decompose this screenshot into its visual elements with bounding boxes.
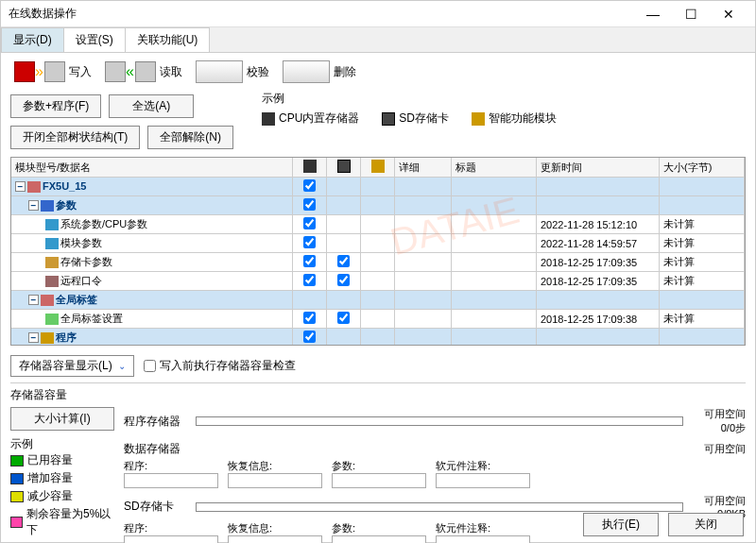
- pre-write-checkbox[interactable]: [144, 360, 156, 372]
- toggle-icon[interactable]: −: [28, 332, 39, 343]
- legend-increase: 增加容量: [10, 470, 114, 486]
- field-param-sd: [332, 535, 426, 543]
- plc-icon: [27, 181, 41, 193]
- field-comment: [436, 473, 530, 488]
- write-label: 写入: [69, 64, 92, 80]
- deselect-all-button[interactable]: 全部解除(N): [147, 126, 233, 149]
- size-calc-button[interactable]: 大小计算(I): [10, 407, 114, 431]
- tree-root[interactable]: −FX5U_15: [11, 178, 745, 196]
- col-name[interactable]: 模块型号/数据名: [11, 158, 293, 178]
- sd-memory-bar: [196, 502, 683, 512]
- field-restore-sd: [228, 535, 322, 543]
- field-restore: [228, 473, 322, 488]
- item-icon: [45, 238, 59, 249]
- col-size[interactable]: 大小(字节): [660, 158, 745, 178]
- chevron-down-icon: ⌄: [118, 361, 126, 371]
- data-memory-block: 数据存储器 可用空间 程序: 恢复信息: 参数: 软元件注释:: [124, 441, 746, 488]
- item-icon: [45, 219, 59, 230]
- check-item[interactable]: [303, 236, 316, 248]
- legend-cpu-mem: CPU内置存储器: [262, 110, 359, 127]
- close-button[interactable]: ✕: [710, 7, 747, 22]
- legend-title: 示例: [10, 436, 114, 452]
- verify-label: 校验: [247, 64, 269, 80]
- col-module[interactable]: [361, 158, 395, 178]
- field-prog: [124, 473, 218, 488]
- select-all-button[interactable]: 全选(A): [109, 94, 194, 118]
- check-item[interactable]: [303, 312, 316, 324]
- check-item-sd[interactable]: [337, 255, 350, 267]
- mem-display-button[interactable]: 存储器容量显示(L) ⌄: [10, 355, 134, 377]
- pre-write-check[interactable]: 写入前执行存储器容量检查: [144, 358, 296, 374]
- read-button[interactable]: « 读取: [101, 59, 186, 84]
- delete-button[interactable]: 删除: [279, 59, 360, 85]
- legend-title: 示例: [262, 91, 557, 107]
- legend-decrease: 减少容量: [10, 488, 114, 504]
- field-prog-sd: [124, 535, 218, 543]
- legend-used: 已用容量: [10, 452, 114, 468]
- chip-icon: [303, 160, 317, 173]
- table-row[interactable]: 模块参数 2022-11-28 14:59:57 未计算: [11, 234, 745, 253]
- param-program-button[interactable]: 参数+程序(F): [10, 94, 101, 118]
- item-icon: [45, 314, 59, 325]
- label-icon: [41, 295, 54, 306]
- program-icon: [41, 332, 54, 344]
- execute-button[interactable]: 执行(E): [583, 513, 659, 536]
- table-row[interactable]: 全局标签设置 2018-12-25 17:09:38 未计算: [11, 310, 745, 329]
- verify-icon: [196, 60, 243, 83]
- minimize-button[interactable]: —: [634, 7, 672, 22]
- item-icon: [45, 276, 59, 287]
- read-label: 读取: [160, 64, 182, 80]
- open-tree-button[interactable]: 开闭全部树状结构(T): [10, 126, 140, 149]
- toggle-icon[interactable]: −: [15, 181, 26, 192]
- table-row[interactable]: 存储卡参数 2018-12-25 17:09:35 未计算: [11, 253, 745, 272]
- delete-icon: [283, 60, 330, 83]
- check-item[interactable]: [303, 274, 316, 286]
- check-item[interactable]: [303, 217, 316, 229]
- col-sd[interactable]: [327, 158, 361, 178]
- check-param[interactable]: [303, 198, 316, 211]
- col-detail[interactable]: 详细: [395, 158, 452, 178]
- table-row[interactable]: 系统参数/CPU参数 2022-11-28 15:12:10 未计算: [11, 215, 745, 234]
- tab-settings[interactable]: 设置(S): [63, 27, 126, 52]
- check-item[interactable]: [303, 255, 316, 267]
- verify-button[interactable]: 校验: [192, 59, 273, 85]
- legend-remain5: 剩余容量为5%以下: [10, 506, 114, 538]
- col-update[interactable]: 更新时间: [537, 158, 660, 178]
- program-memory-bar: [196, 416, 683, 426]
- module-icon: [472, 112, 485, 126]
- tree-cat-program[interactable]: −程序: [11, 329, 745, 347]
- legend-smart-module: 智能功能模块: [472, 110, 557, 127]
- data-table[interactable]: DATAIE 模块型号/数据名 详细 标题 更新时间 大小(字节) −FX5U_…: [10, 157, 746, 346]
- write-button[interactable]: » 写入: [10, 59, 95, 84]
- tab-related[interactable]: 关联功能(U): [125, 27, 211, 52]
- tree-cat-param[interactable]: −参数: [11, 196, 745, 215]
- table-row[interactable]: 远程口令 2018-12-25 17:09:35 未计算: [11, 272, 745, 291]
- check-root[interactable]: [303, 179, 316, 192]
- col-title[interactable]: 标题: [452, 158, 537, 178]
- sd-icon: [382, 112, 395, 126]
- chip-icon: [262, 112, 275, 126]
- check-item-sd[interactable]: [337, 274, 350, 286]
- tree-cat-label[interactable]: −全局标签: [11, 291, 745, 310]
- delete-label: 删除: [334, 64, 356, 80]
- col-chip[interactable]: [293, 158, 327, 178]
- field-comment-sd: [436, 535, 530, 543]
- toggle-icon[interactable]: −: [28, 295, 39, 305]
- module-icon: [371, 160, 385, 173]
- maximize-button[interactable]: ☐: [672, 7, 710, 22]
- toggle-icon[interactable]: −: [28, 200, 39, 211]
- tab-display[interactable]: 显示(D): [1, 27, 64, 52]
- close-dialog-button[interactable]: 关闭: [668, 513, 744, 536]
- storage-title: 存储器容量: [10, 387, 746, 403]
- check-program[interactable]: [303, 331, 316, 343]
- item-icon: [45, 257, 59, 268]
- field-param: [332, 473, 426, 488]
- check-item-sd[interactable]: [337, 312, 350, 324]
- legend-sd-card: SD存储卡: [382, 110, 449, 127]
- window-title: 在线数据操作: [9, 6, 634, 22]
- sd-icon: [337, 160, 351, 173]
- program-memory-block: 程序存储器 可用空间0/0步: [124, 407, 746, 435]
- param-icon: [41, 200, 54, 212]
